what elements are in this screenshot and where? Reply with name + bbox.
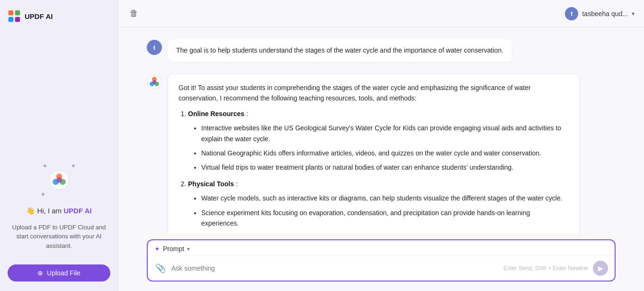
attach-button[interactable]: 📎	[154, 262, 167, 274]
greeting-text: 👋 Hi, I am UPDF AI	[26, 207, 91, 215]
sidebar: UPDF AI ✦ ✦ ✦ 👋 Hi, I am UPDF AI Upload …	[0, 0, 118, 291]
updf-ai-center-icon	[49, 170, 70, 191]
header-right: t tasbeeha qud... ▾	[565, 7, 635, 20]
ai-sections-list: Online Resources : Interactive websites …	[179, 109, 569, 229]
input-box: ✦ Prompt ▾ 📎 Enter Send; Shift + Enter N…	[147, 239, 616, 282]
spark-top-left: ✦	[42, 162, 48, 170]
section-2-title: Physical Tools	[188, 180, 234, 188]
user-message: t The goal is to help students understan…	[147, 39, 616, 62]
upload-button-label: Upload File	[47, 269, 80, 277]
ai-chat-avatar	[147, 74, 162, 90]
section-2: Physical Tools : Water cycle models, suc…	[188, 179, 569, 229]
chat-area: t The goal is to help students understan…	[118, 27, 644, 234]
greeting-emoji: 👋	[26, 207, 35, 215]
svg-rect-1	[15, 10, 20, 16]
paperclip-icon: 📎	[155, 264, 166, 273]
updf-logo-icon	[8, 9, 21, 23]
section-2-bullet-1: Water cycle models, such as interactive …	[201, 193, 569, 203]
ask-input[interactable]	[171, 264, 499, 272]
delete-button[interactable]: 🗑	[128, 7, 140, 20]
header: 🗑 t tasbeeha qud... ▾	[118, 0, 644, 27]
upload-file-button[interactable]: ⊕ Upload File	[8, 264, 110, 282]
svg-rect-2	[9, 17, 14, 22]
section-2-bullet-2: Science experiment kits focusing on evap…	[201, 208, 569, 229]
upload-icon: ⊕	[37, 269, 43, 277]
trash-icon: 🗑	[130, 9, 138, 18]
main-panel: 🗑 t tasbeeha qud... ▾ t The goal is to h…	[118, 0, 644, 291]
user-avatar: t	[565, 7, 578, 20]
spark-bottom-left: ✦	[40, 191, 46, 198]
ai-icon-area: ✦ ✦ ✦	[40, 161, 78, 199]
section-1: Online Resources : Interactive websites …	[188, 109, 569, 173]
sidebar-center: ✦ ✦ ✦ 👋 Hi, I am UPDF AI Upload a PDF to…	[8, 161, 110, 251]
section-1-bullet-3: Virtual field trips to water treatment p…	[201, 162, 569, 173]
input-container: ✦ Prompt ▾ 📎 Enter Send; Shift + Enter N…	[118, 234, 644, 291]
user-message-bubble: The goal is to help students understand …	[168, 39, 512, 62]
send-icon: ▶	[598, 264, 603, 272]
svg-rect-3	[15, 17, 20, 22]
app-name: UPDF AI	[25, 12, 53, 20]
greeting-label: Hi, I am	[37, 207, 62, 215]
section-1-title: Online Resources	[188, 110, 244, 118]
input-toolbar: ✦ Prompt ▾	[148, 240, 615, 256]
header-left: 🗑	[128, 7, 140, 20]
username-label: tasbeeha qud...	[582, 10, 628, 18]
user-chat-avatar: t	[147, 40, 162, 55]
send-button[interactable]: ▶	[593, 261, 608, 276]
ai-intro-text: Got it! To assist your students in compr…	[179, 82, 569, 104]
logo-area: UPDF AI	[8, 9, 53, 23]
input-row: 📎 Enter Send; Shift + Enter Newline ▶	[148, 256, 615, 281]
input-hint-text: Enter Send; Shift + Enter Newline	[503, 265, 588, 272]
greeting-brand: UPDF AI	[63, 207, 91, 215]
section-1-bullet-1: Interactive websites like the US Geologi…	[201, 123, 569, 144]
spark-top-right: ✦	[71, 162, 76, 170]
svg-point-8	[56, 177, 62, 182]
section-1-bullet-2: National Geographic Kids offers informat…	[201, 148, 569, 158]
prompt-spark-icon: ✦	[154, 245, 160, 253]
prompt-label: Prompt	[163, 245, 184, 253]
section-2-bullets: Water cycle models, such as interactive …	[188, 193, 569, 228]
sidebar-description: Upload a PDF to UPDF Cloud and start con…	[8, 223, 110, 251]
ai-message-bubble: Got it! To assist your students in compr…	[168, 73, 580, 234]
section-1-bullets: Interactive websites like the US Geologi…	[188, 123, 569, 173]
svg-rect-0	[9, 10, 14, 16]
prompt-dropdown-chevron-icon[interactable]: ▾	[187, 246, 190, 252]
ai-message: Got it! To assist your students in compr…	[147, 73, 616, 234]
user-menu-chevron-icon[interactable]: ▾	[632, 10, 635, 17]
svg-point-13	[152, 80, 156, 84]
